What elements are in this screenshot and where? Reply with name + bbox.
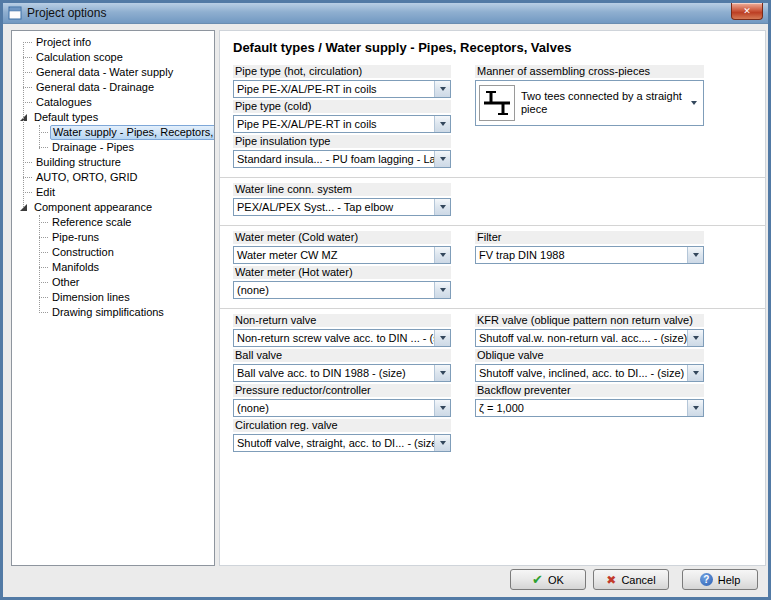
combo-value: ζ = 1,000: [476, 402, 687, 414]
field-label: Pressure reductor/controller: [233, 384, 451, 397]
pipe-insulation-select[interactable]: Standard insula... - PU foam lagging - L…: [233, 150, 451, 168]
tree-item-general-data-water-supply[interactable]: General data - Water supply: [12, 65, 214, 80]
tree-guide-line: [39, 125, 40, 149]
cancel-button[interactable]: ✖ Cancel: [593, 569, 669, 590]
kfr-valve-select[interactable]: Shutoff val.w. non-return val. acc.... -…: [475, 329, 704, 347]
help-button-label: Help: [718, 574, 741, 586]
dropdown-arrow-icon[interactable]: [434, 282, 450, 298]
tree-item-label: Reference scale: [50, 216, 134, 229]
help-icon: ?: [700, 573, 713, 586]
water-line-system-select[interactable]: PEX/AL/PEX Syst... - Tap elbow: [233, 198, 451, 216]
tree-item-drainage-pipes[interactable]: Drainage - Pipes: [12, 140, 214, 155]
pipe-type-hot-select[interactable]: Pipe PE-X/AL/PE-RT in coils: [233, 80, 451, 98]
tree-item-label-selected: Water supply - Pipes, Receptors, Valves: [50, 125, 215, 140]
field-pipe-insulation: Pipe insulation type Standard insula... …: [233, 135, 451, 168]
ball-valve-select[interactable]: Ball valve acc. to DIN 1988 - (size): [233, 364, 451, 382]
dialog-buttons: ✔ OK ✖ Cancel ? Help: [510, 569, 758, 590]
tree-item-drawing-simplifications[interactable]: Drawing simplifications: [12, 305, 214, 320]
pressure-reductor-select[interactable]: (none): [233, 399, 451, 417]
tree-item-construction[interactable]: Construction: [12, 245, 214, 260]
tree-item-calculation-scope[interactable]: Calculation scope: [12, 50, 214, 65]
section-pipe-types: Pipe type (hot, circulation) Pipe PE-X/A…: [220, 60, 765, 177]
cancel-button-label: Cancel: [621, 574, 655, 586]
x-icon: ✖: [606, 574, 616, 586]
dropdown-arrow-icon[interactable]: [434, 435, 450, 451]
tree-item-reference-scale[interactable]: Reference scale: [12, 215, 214, 230]
tree-item-water-supply-pipes-receptors-valves[interactable]: Water supply - Pipes, Receptors, Valves: [12, 125, 214, 140]
tree-connector: [39, 282, 48, 283]
filter-select[interactable]: FV trap DIN 1988: [475, 246, 704, 264]
tree-item-pipe-runs[interactable]: Pipe-runs: [12, 230, 214, 245]
tree-item-manifolds[interactable]: Manifolds: [12, 260, 214, 275]
tree-connector: [23, 192, 32, 193]
tree-connector: [39, 147, 48, 148]
cross-piece-select[interactable]: Two tees connected by a straight piece: [475, 80, 704, 126]
tree-item-catalogues[interactable]: Catalogues: [12, 95, 214, 110]
backflow-preventer-select[interactable]: ζ = 1,000: [475, 399, 704, 417]
dropdown-arrow-icon[interactable]: [434, 199, 450, 215]
tree-item-auto-orto-grid[interactable]: AUTO, ORTO, GRID: [12, 170, 214, 185]
combo-value: Shutoff val.w. non-return val. acc.... -…: [476, 332, 687, 344]
tree-connector: [23, 72, 32, 73]
tree-connector: [39, 237, 48, 238]
tree-item-other[interactable]: Other: [12, 275, 214, 290]
dropdown-arrow-icon[interactable]: [687, 247, 703, 263]
close-button[interactable]: ✕: [731, 3, 763, 20]
titlebar[interactable]: Project options ✕: [3, 3, 768, 24]
field-non-return-valve: Non-return valve Non-return screw valve …: [233, 314, 451, 347]
tree-item-label: Catalogues: [34, 96, 94, 109]
tree-item-dimension-lines[interactable]: Dimension lines: [12, 290, 214, 305]
tree-item-default-types[interactable]: Default types: [12, 110, 214, 125]
dropdown-arrow-icon[interactable]: [434, 151, 450, 167]
dropdown-arrow-icon[interactable]: [434, 330, 450, 346]
dropdown-arrow-icon[interactable]: [434, 116, 450, 132]
tree-item-building-structure[interactable]: Building structure: [12, 155, 214, 170]
help-button[interactable]: ? Help: [682, 569, 758, 590]
circulation-reg-valve-select[interactable]: Shutoff valve, straight, acc. to DI... -…: [233, 434, 451, 452]
dropdown-arrow-icon[interactable]: [434, 81, 450, 97]
tree-connector: [39, 222, 48, 223]
non-return-valve-select[interactable]: Non-return screw valve acc. to DIN ... -…: [233, 329, 451, 347]
project-options-dialog: Project options ✕ Project info Calculati…: [0, 0, 771, 600]
field-pipe-type-hot: Pipe type (hot, circulation) Pipe PE-X/A…: [233, 65, 451, 98]
tree-connector: [23, 87, 32, 88]
ok-button[interactable]: ✔ OK: [510, 569, 586, 590]
tree-item-label: Manifolds: [50, 261, 101, 274]
field-kfr-valve: KFR valve (oblique pattern non return va…: [475, 314, 704, 347]
dropdown-arrow-icon[interactable]: [434, 400, 450, 416]
water-meter-hot-select[interactable]: (none): [233, 281, 451, 299]
tree-item-edit[interactable]: Edit: [12, 185, 214, 200]
combo-value: Non-return screw valve acc. to DIN ... -…: [234, 332, 434, 344]
oblique-valve-select[interactable]: Shutoff valve, inclined, acc. to DI... -…: [475, 364, 704, 382]
field-oblique-valve: Oblique valve Shutoff valve, inclined, a…: [475, 349, 704, 382]
field-water-meter-cold: Water meter (Cold water) Water meter CW …: [233, 231, 451, 264]
dropdown-arrow-icon[interactable]: [434, 247, 450, 263]
field-label: Circulation reg. valve: [233, 419, 451, 432]
combo-value: (none): [234, 402, 434, 414]
tree-connector: [39, 312, 48, 313]
tree-item-component-appearance[interactable]: Component appearance: [12, 200, 214, 215]
dropdown-arrow-icon[interactable]: [687, 330, 703, 346]
dropdown-arrow-icon[interactable]: [687, 365, 703, 381]
section-valves: Non-return valve Non-return screw valve …: [220, 308, 765, 461]
dropdown-arrow-icon[interactable]: [691, 101, 697, 105]
tree-connector: [23, 42, 32, 43]
dropdown-arrow-icon[interactable]: [687, 400, 703, 416]
tree-item-general-data-drainage[interactable]: General data - Drainage: [12, 80, 214, 95]
ok-button-label: OK: [548, 574, 564, 586]
field-water-meter-hot: Water meter (Hot water) (none): [233, 266, 451, 299]
tree-connector: [23, 102, 32, 103]
pipe-type-cold-select[interactable]: Pipe PE-X/AL/PE-RT in coils: [233, 115, 451, 133]
tree-item-label: Drawing simplifications: [50, 306, 166, 319]
field-circulation-reg-valve: Circulation reg. valve Shutoff valve, st…: [233, 419, 451, 452]
close-icon: ✕: [743, 6, 751, 16]
water-meter-cold-select[interactable]: Water meter CW MZ: [233, 246, 451, 264]
field-backflow-preventer: Backflow preventer ζ = 1,000: [475, 384, 704, 417]
field-label: Pipe type (cold): [233, 100, 451, 113]
field-label: Filter: [475, 231, 704, 244]
tree-connector: [23, 162, 32, 163]
tree-connector: [39, 267, 48, 268]
tree-item-label: Default types: [32, 111, 100, 124]
dropdown-arrow-icon[interactable]: [434, 365, 450, 381]
tree-item-project-info[interactable]: Project info: [12, 35, 214, 50]
